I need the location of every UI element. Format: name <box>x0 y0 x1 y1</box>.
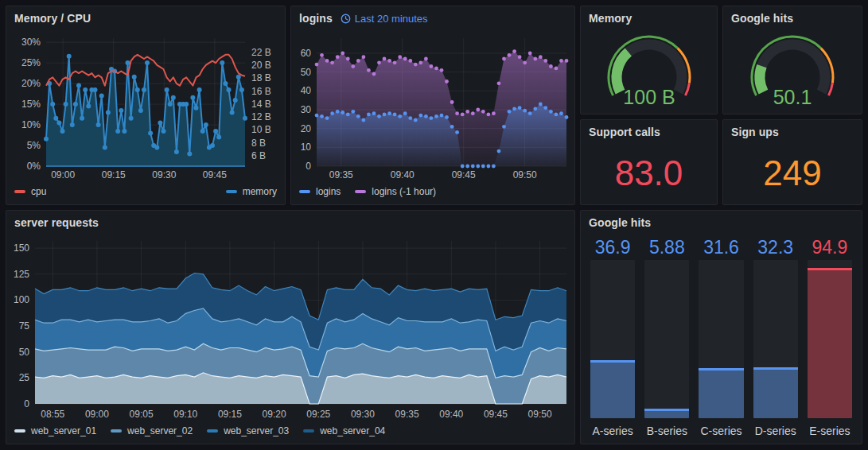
logins-chart[interactable]: 010203040506009:3509:4009:4509:50 <box>291 29 574 184</box>
sign-ups-stat: 249 <box>723 142 862 204</box>
panel-title-google-gauge: Google hits <box>731 12 793 25</box>
legend-label: logins <box>316 186 341 197</box>
panel-header-sign-ups[interactable]: Sign ups <box>723 120 862 142</box>
legend-item[interactable]: memory <box>226 186 277 197</box>
svg-text:60: 60 <box>301 48 312 59</box>
svg-text:25: 25 <box>19 372 30 383</box>
legend-item[interactable]: web_server_03 <box>207 425 289 436</box>
bar-value: 5.88 <box>644 236 689 260</box>
legend-swatch <box>226 190 237 193</box>
svg-text:15%: 15% <box>21 99 41 110</box>
svg-text:09:10: 09:10 <box>173 409 197 420</box>
panel-header-google-gauge[interactable]: Google hits <box>723 6 862 29</box>
google-bars: 36.9A-series5.88B-series31.6C-series32.3… <box>581 233 862 444</box>
panel-header-memory-cpu[interactable]: Memory / CPU <box>6 6 285 29</box>
bar-track <box>808 260 852 418</box>
legend-item[interactable]: web_server_01 <box>14 425 96 436</box>
bar-label: B-series <box>644 418 689 437</box>
svg-text:20: 20 <box>301 123 312 134</box>
series <box>44 54 247 166</box>
bar-fill <box>590 360 635 418</box>
svg-text:20 B: 20 B <box>251 60 271 71</box>
memory-cpu-legend: cpumemory <box>6 184 285 204</box>
bar-track <box>644 260 689 418</box>
legend-label: cpu <box>31 186 46 197</box>
series <box>35 273 566 405</box>
svg-text:0: 0 <box>306 161 311 172</box>
gauge-value: 50.1 <box>773 86 812 108</box>
server-requests-chart[interactable]: 025507510012515008:5509:0009:0509:1009:1… <box>6 233 574 423</box>
legend-swatch <box>355 190 366 193</box>
svg-text:14 B: 14 B <box>251 99 271 110</box>
svg-text:25%: 25% <box>21 57 41 68</box>
bar-gauge-column: 36.9A-series <box>590 236 635 437</box>
svg-text:8 B: 8 B <box>251 138 266 149</box>
panel-title-memory-cpu: Memory / CPU <box>14 12 91 25</box>
svg-text:125: 125 <box>14 269 29 280</box>
svg-text:09:30: 09:30 <box>351 409 375 420</box>
bar-gauge-column: 94.9E-series <box>808 236 852 437</box>
svg-text:09:40: 09:40 <box>439 409 463 420</box>
svg-text:10: 10 <box>301 142 312 153</box>
svg-text:09:05: 09:05 <box>130 409 154 420</box>
legend-swatch <box>299 190 310 193</box>
panel-title-server-requests: server requests <box>14 216 99 229</box>
bar-label: A-series <box>590 418 635 437</box>
panel-header-logins[interactable]: logins Last 20 minutes <box>291 6 574 29</box>
panel-google-bars: Google hits 36.9A-series5.88B-series31.6… <box>580 210 862 444</box>
panel-header-server-requests[interactable]: server requests <box>6 211 574 233</box>
panel-memory-cpu: Memory / CPU 0%5%10%15%20%25%30%6 B8 B10… <box>6 6 286 205</box>
panel-support-calls: Support calls 83.0 <box>580 119 718 205</box>
series <box>315 49 569 168</box>
svg-text:10 B: 10 B <box>251 124 271 135</box>
legend-swatch <box>14 429 25 433</box>
panel-title-google-bars: Google hits <box>589 216 651 229</box>
legend-item[interactable]: cpu <box>14 186 46 197</box>
svg-text:09:45: 09:45 <box>452 169 476 180</box>
panel-header-google-bars[interactable]: Google hits <box>581 211 862 233</box>
legend-label: web_server_01 <box>31 425 96 436</box>
svg-text:09:00: 09:00 <box>51 169 75 180</box>
bar-track <box>699 260 743 418</box>
legend-label: memory <box>243 186 277 197</box>
grafana-dashboard: Memory / CPU 0%5%10%15%20%25%30%6 B8 B10… <box>0 0 868 450</box>
svg-text:150: 150 <box>14 242 29 254</box>
panel-header-memory-gauge[interactable]: Memory <box>581 6 717 29</box>
panel-server-requests: server requests 025507510012515008:5509:… <box>6 210 575 444</box>
svg-text:0: 0 <box>24 398 29 409</box>
legend-item[interactable]: web_server_04 <box>303 425 385 436</box>
svg-text:09:35: 09:35 <box>395 409 419 420</box>
bar-value: 32.3 <box>753 236 798 260</box>
bar-track <box>753 260 798 418</box>
legend-swatch <box>14 190 25 193</box>
svg-text:6 B: 6 B <box>251 150 266 161</box>
bar-label: E-series <box>808 418 852 437</box>
svg-text:09:35: 09:35 <box>329 169 353 180</box>
svg-text:5%: 5% <box>27 140 41 151</box>
legend-label: logins (-1 hour) <box>372 186 436 197</box>
svg-text:09:45: 09:45 <box>203 169 227 180</box>
memory-cpu-chart[interactable]: 0%5%10%15%20%25%30%6 B8 B10 B12 B14 B16 … <box>6 29 285 184</box>
legend-label: web_server_02 <box>127 425 193 436</box>
legend-item[interactable]: web_server_02 <box>111 425 193 436</box>
legend-swatch <box>303 429 314 433</box>
panel-header-support-calls[interactable]: Support calls <box>581 120 717 142</box>
svg-text:09:45: 09:45 <box>484 409 508 420</box>
server-requests-legend: web_server_01web_server_02web_server_03w… <box>6 423 574 444</box>
legend-swatch <box>207 429 218 433</box>
logins-legend: loginslogins (-1 hour) <box>291 184 574 204</box>
bar-fill <box>753 367 798 418</box>
bar-track <box>590 260 635 418</box>
bar-fill <box>644 409 689 418</box>
legend-item[interactable]: logins (-1 hour) <box>355 186 436 197</box>
panel-memory-gauge: Memory 100 B <box>580 6 718 114</box>
svg-text:100: 100 <box>14 294 29 305</box>
google-hits-gauge: 50.1 <box>723 29 862 114</box>
legend-item[interactable]: logins <box>299 186 341 197</box>
time-override-link[interactable]: Last 20 minutes <box>341 13 428 25</box>
svg-text:20%: 20% <box>21 78 41 89</box>
gauge-value: 100 B <box>623 86 675 108</box>
svg-text:09:30: 09:30 <box>152 169 176 180</box>
panel-title-support-calls: Support calls <box>589 126 660 138</box>
svg-text:30: 30 <box>301 104 312 115</box>
